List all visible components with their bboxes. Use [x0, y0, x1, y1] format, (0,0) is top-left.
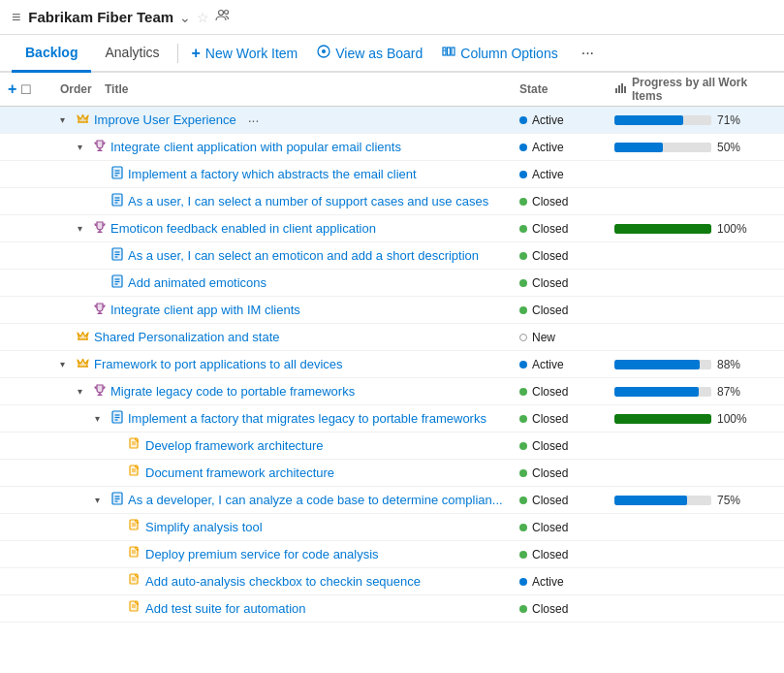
title-cell: ▾ Framework to port applications to all … — [56, 356, 519, 373]
state-label: Closed — [532, 494, 568, 507]
expand-chevron[interactable]: ▾ — [78, 223, 89, 234]
svg-point-0 — [219, 11, 224, 16]
item-title[interactable]: Implement a factory which abstracts the … — [128, 167, 417, 181]
state-dot — [519, 225, 527, 233]
table-row: Implement a factory which abstracts the … — [0, 161, 784, 188]
table-row: As a user, I can select a number of supp… — [0, 188, 784, 215]
item-title[interactable]: As a user, I can select a number of supp… — [128, 194, 488, 208]
state-label: Closed — [532, 412, 568, 426]
table-row: Deploy premium service for code analysis… — [0, 541, 784, 568]
state-dot — [519, 415, 527, 423]
progress-cell: 75% — [607, 494, 776, 507]
view-as-board-button[interactable]: View as Board — [307, 37, 432, 69]
tab-analytics[interactable]: Analytics — [91, 35, 172, 73]
progress-cell: 88% — [607, 358, 776, 371]
table-row: ▾ Integrate client application with popu… — [0, 134, 784, 161]
progress-bar — [614, 496, 711, 505]
expand-chevron[interactable]: ▾ — [95, 413, 107, 424]
more-options-button[interactable]: ··· — [576, 37, 600, 70]
column-checkbox-icon[interactable]: ☐ — [20, 82, 32, 97]
svg-point-36 — [87, 333, 89, 335]
item-title[interactable]: Add auto-analysis checkbox to checkin se… — [145, 574, 421, 589]
item-type-icon — [93, 302, 107, 318]
item-title[interactable]: Add animated emoticons — [128, 275, 267, 290]
progress-cell: 87% — [607, 385, 776, 399]
item-type-icon — [93, 139, 107, 155]
chevron-down-icon[interactable]: ⌄ — [179, 10, 191, 25]
item-type-icon — [128, 465, 141, 481]
state-cell: New — [519, 331, 607, 344]
expand-chevron[interactable]: ▾ — [60, 359, 72, 369]
state-label: Closed — [532, 385, 568, 399]
item-type-icon — [128, 437, 141, 454]
title-cell: ▾ Improve User Experience ··· — [56, 112, 519, 129]
people-icon[interactable] — [215, 8, 231, 26]
item-type-icon — [110, 193, 124, 209]
row-more-options[interactable]: ··· — [244, 112, 264, 128]
item-title[interactable]: Shared Personalization and state — [94, 330, 280, 344]
item-title[interactable]: Add test suite for automation — [145, 601, 305, 616]
expand-chevron[interactable]: ▾ — [95, 495, 107, 505]
top-bar: ≡ Fabrikam Fiber Team ⌄ ☆ — [0, 0, 784, 35]
state-cell: Active — [519, 575, 607, 589]
progress-bar — [614, 414, 711, 424]
new-work-item-button[interactable]: + New Work Item — [182, 37, 308, 70]
state-dot — [519, 524, 527, 531]
progress-bar — [614, 360, 711, 369]
item-type-icon — [110, 247, 124, 264]
state-cell: Closed — [519, 521, 607, 534]
item-title[interactable]: Implement a factory that migrates legacy… — [128, 411, 486, 426]
item-title[interactable]: As a user, I can select an emoticon and … — [128, 248, 479, 263]
state-label: Active — [532, 575, 564, 589]
team-actions: ⌄ ☆ — [179, 8, 231, 26]
item-title[interactable]: Integrate client application with popula… — [110, 140, 401, 154]
state-cell: Closed — [519, 412, 607, 426]
column-options-button[interactable]: Column Options — [432, 37, 567, 69]
state-cell: Closed — [519, 304, 607, 317]
expand-chevron[interactable]: ▾ — [78, 386, 89, 397]
item-title[interactable]: As a developer, I can analyze a code bas… — [128, 493, 503, 507]
title-cell: As a user, I can select a number of supp… — [56, 193, 519, 209]
state-cell: Closed — [519, 222, 607, 236]
state-dot — [519, 361, 527, 369]
item-type-icon — [110, 274, 124, 291]
progress-pct: 50% — [717, 141, 748, 154]
progress-cell: 100% — [607, 412, 776, 426]
item-type-icon — [128, 546, 141, 562]
team-name: Fabrikam Fiber Team — [28, 9, 173, 25]
item-title[interactable]: Improve User Experience — [94, 112, 236, 127]
state-dot — [519, 442, 527, 450]
table-row: Add animated emoticons Closed — [0, 270, 784, 297]
svg-point-39 — [87, 360, 89, 362]
title-cell: ▾ Integrate client application with popu… — [56, 139, 519, 155]
svg-rect-33 — [98, 313, 103, 314]
state-dot — [519, 198, 527, 206]
add-row-button[interactable]: + — [8, 80, 16, 98]
state-dot — [519, 469, 527, 477]
title-cell: ▾ As a developer, I can analyze a code b… — [56, 492, 519, 508]
state-dot — [519, 578, 527, 586]
progress-pct: 71% — [717, 113, 748, 127]
item-title[interactable]: Emoticon feedback enabled in client appl… — [110, 221, 376, 236]
item-title[interactable]: Develop framework architecture — [145, 438, 324, 453]
item-type-icon — [110, 410, 124, 427]
item-type-icon — [128, 573, 141, 590]
item-title[interactable]: Document framework architecture — [145, 465, 334, 480]
nav-bar: Backlog Analytics + New Work Item View a… — [0, 35, 784, 73]
item-title[interactable]: Integrate client app with IM clients — [110, 303, 300, 317]
expand-chevron[interactable]: ▾ — [60, 114, 72, 125]
title-cell: Implement a factory which abstracts the … — [56, 166, 519, 182]
item-title[interactable]: Migrate legacy code to portable framewor… — [110, 384, 355, 399]
star-icon[interactable]: ☆ — [197, 10, 209, 25]
item-type-icon — [93, 220, 107, 237]
progress-bar — [614, 143, 711, 152]
item-title[interactable]: Deploy premium service for code analysis — [145, 547, 379, 561]
hamburger-menu[interactable]: ≡ — [12, 9, 20, 26]
svg-rect-24 — [98, 232, 103, 233]
tab-backlog[interactable]: Backlog — [12, 35, 91, 73]
state-label: Closed — [532, 304, 568, 317]
item-title[interactable]: Framework to port applications to all de… — [94, 357, 343, 371]
item-title[interactable]: Simplify analysis tool — [145, 520, 263, 534]
title-cell: Develop framework architecture — [56, 437, 519, 454]
expand-chevron[interactable]: ▾ — [78, 142, 89, 152]
